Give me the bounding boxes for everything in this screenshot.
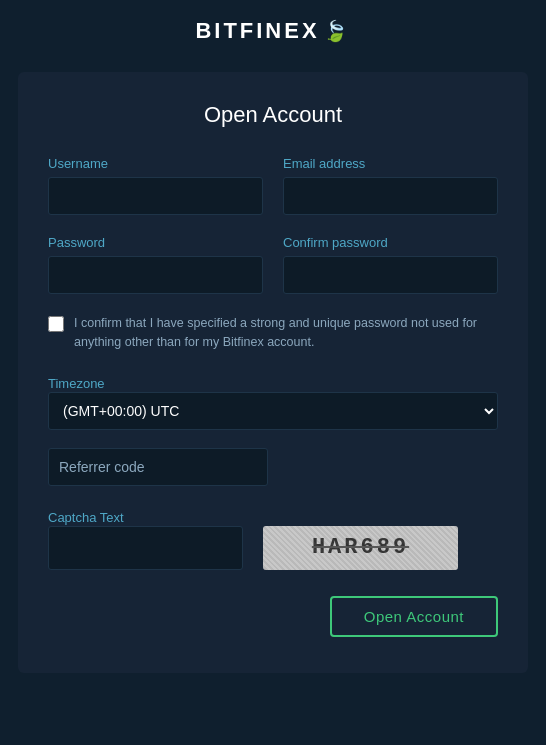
captcha-group: Captcha Text HARB89: [58, 497, 488, 559]
submit-row: Open Account: [58, 583, 488, 624]
captcha-row: HARB89: [58, 515, 488, 559]
email-input[interactable]: [283, 181, 488, 217]
timezone-label: Timezone: [58, 377, 115, 392]
leaf-icon: [328, 18, 346, 36]
password-label: Password: [58, 237, 263, 252]
password-group: Password: [58, 237, 263, 294]
registration-card: Open Account Username Email address Pass…: [18, 79, 528, 660]
open-account-button[interactable]: Open Account: [316, 583, 488, 624]
page-title: Open Account: [58, 109, 488, 132]
confirm-password-label: Confirm password: [283, 237, 488, 252]
password-row: Password Confirm password: [58, 237, 488, 294]
confirm-password-input[interactable]: [283, 258, 488, 294]
password-confirm-label[interactable]: I confirm that I have specified a strong…: [82, 314, 488, 353]
captcha-input[interactable]: [58, 515, 276, 559]
username-label: Username: [58, 160, 263, 175]
logo-text: BITFINEX: [200, 14, 324, 40]
username-email-row: Username Email address: [58, 160, 488, 217]
password-input[interactable]: [58, 258, 263, 294]
email-label: Email address: [283, 160, 488, 175]
captcha-label: Captcha Text: [58, 499, 134, 514]
captcha-display-text: HARB89: [340, 525, 439, 550]
password-confirmation-section: I confirm that I have specified a strong…: [58, 314, 488, 353]
username-group: Username: [58, 160, 263, 217]
timezone-select[interactable]: (GMT-12:00) International Date Line West…: [58, 393, 488, 429]
timezone-group: Timezone (GMT-12:00) International Date …: [58, 375, 488, 445]
username-input[interactable]: [58, 181, 263, 217]
password-confirm-checkbox[interactable]: [58, 316, 72, 330]
header: BITFINEX: [0, 0, 546, 51]
captcha-image: HARB89: [292, 515, 488, 559]
referrer-input[interactable]: [58, 445, 295, 481]
confirm-password-group: Confirm password: [283, 237, 488, 294]
email-group: Email address: [283, 160, 488, 217]
